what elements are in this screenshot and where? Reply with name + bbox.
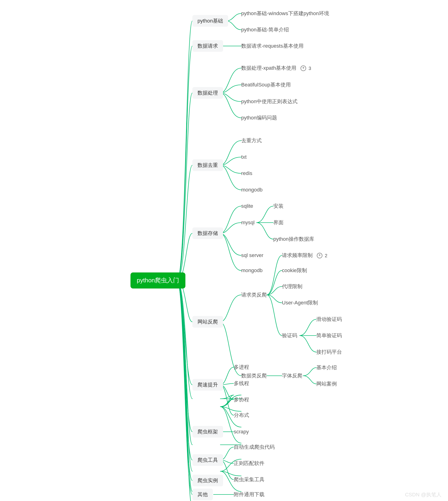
leaf-autogen-code[interactable]: 自动生成爬虫代码 xyxy=(234,444,275,450)
watermark-text: CSDN @执笔人 xyxy=(405,492,442,498)
leaf-dedup-txt[interactable]: txt xyxy=(241,154,247,160)
label: mongodb xyxy=(241,187,263,193)
branch-python-basics[interactable]: python基础 xyxy=(192,15,228,27)
branch-framework[interactable]: 爬虫框架 xyxy=(192,426,223,438)
label: 字体反爬 xyxy=(282,373,302,379)
leaf-useragent-limit[interactable]: User-Agent限制 xyxy=(282,300,318,306)
leaf-store-sqlserver[interactable]: sql server xyxy=(241,252,263,258)
branch-tools[interactable]: 爬虫工具 xyxy=(192,454,223,466)
label: scrapy xyxy=(234,429,249,435)
leaf-font-case[interactable]: 网站案例 xyxy=(316,381,337,387)
label: python编码问题 xyxy=(241,115,277,121)
label: 简单验证码 xyxy=(316,333,342,338)
leaf-scrapy[interactable]: scrapy xyxy=(234,429,249,435)
label: python基础-windows下搭建python环境 xyxy=(241,11,329,16)
label: 安装 xyxy=(273,203,284,209)
leaf-python-encoding[interactable]: python编码问题 xyxy=(241,115,277,121)
label: mongodb xyxy=(241,267,263,273)
leaf-collect-tool[interactable]: 爬虫采集工具 xyxy=(234,477,264,483)
label: mysql xyxy=(241,220,255,225)
branch-anti-crawl[interactable]: 网站反爬 xyxy=(192,316,223,328)
branch-data-store[interactable]: 数据存储 xyxy=(192,228,223,239)
branch-speedup[interactable]: 爬速提升 xyxy=(192,379,223,391)
root-node[interactable]: python爬虫入门 xyxy=(131,273,185,288)
leaf-dedup-method[interactable]: 去重方式 xyxy=(241,137,262,144)
label: 正则匹配软件 xyxy=(234,460,264,466)
label: 界面 xyxy=(273,220,284,225)
label: cookie限制 xyxy=(282,267,307,273)
label: redis xyxy=(241,170,252,176)
leaf-xpath-basic[interactable]: 数据处理-xpath基本使用 + 3 xyxy=(241,65,311,71)
leaf-simple-captcha[interactable]: 简单验证码 xyxy=(316,333,342,339)
label: 附件通用下载 xyxy=(234,491,264,497)
expand-icon[interactable]: + xyxy=(317,253,322,258)
label: 数据存储 xyxy=(197,230,218,236)
label: 爬虫工具 xyxy=(197,457,218,463)
leaf-data-anticrawl[interactable]: 数据类反爬 xyxy=(241,373,267,379)
leaf-font-intro[interactable]: 基本介绍 xyxy=(316,364,337,371)
label: 接打码平台 xyxy=(316,349,342,355)
leaf-rate-limit[interactable]: 请求频率限制 + 2 xyxy=(282,252,327,258)
label: txt xyxy=(241,154,247,160)
leaf-slider-captcha[interactable]: 滑动验证码 xyxy=(316,316,342,322)
label: 其他 xyxy=(197,491,208,497)
leaf-cookie-limit[interactable]: cookie限制 xyxy=(282,267,307,273)
leaf-dedup-redis[interactable]: redis xyxy=(241,170,252,176)
leaf-py-basics-intro[interactable]: python基础-简单介绍 xyxy=(241,27,289,33)
label: 爬速提升 xyxy=(197,382,218,388)
leaf-mysql-install[interactable]: 安装 xyxy=(273,203,284,209)
leaf-multithread[interactable]: 多线程 xyxy=(234,380,249,386)
label: BeatifulSoup基本使用 xyxy=(241,82,291,88)
label: 数据处理-xpath基本使用 xyxy=(241,65,296,71)
label: 数据类反爬 xyxy=(241,373,267,379)
leaf-store-mongodb[interactable]: mongodb xyxy=(241,267,263,273)
leaf-requests-basic[interactable]: 数据请求-requests基本使用 xyxy=(241,43,304,49)
leaf-font-anticrawl[interactable]: 字体反爬 xyxy=(282,373,302,379)
leaf-dedup-mongodb[interactable]: mongodb xyxy=(241,187,263,193)
leaf-coroutine[interactable]: 多协程 xyxy=(234,397,249,403)
leaf-mysql-ui[interactable]: 界面 xyxy=(273,220,284,226)
label: 自动生成爬虫代码 xyxy=(234,444,275,450)
label: 数据处理 xyxy=(197,90,218,96)
leaf-mysql-python-op[interactable]: python操作数据库 xyxy=(273,236,314,242)
leaf-distributed[interactable]: 分布式 xyxy=(234,412,249,418)
leaf-beautifulsoup[interactable]: BeatifulSoup基本使用 xyxy=(241,82,291,88)
leaf-captcha[interactable]: 验证码 xyxy=(282,333,297,339)
leaf-store-sqlite[interactable]: sqlite xyxy=(241,203,253,209)
label: 基本介绍 xyxy=(316,364,337,370)
leaf-multiprocess[interactable]: 多进程 xyxy=(234,364,249,370)
leaf-attachment-download[interactable]: 附件通用下载 xyxy=(234,491,264,498)
label: 多协程 xyxy=(234,397,249,402)
branch-data-process[interactable]: 数据处理 xyxy=(192,87,223,99)
edges-layer xyxy=(0,0,448,501)
label: 多进程 xyxy=(234,364,249,370)
root-label: python爬虫入门 xyxy=(137,277,179,284)
label: 爬虫采集工具 xyxy=(234,477,264,482)
label: 网站反爬 xyxy=(197,319,218,325)
label: 验证码 xyxy=(282,333,297,338)
branch-data-dedup[interactable]: 数据去重 xyxy=(192,159,223,171)
leaf-request-anticrawl[interactable]: 请求类反爬 xyxy=(241,292,267,298)
label: sqlite xyxy=(241,203,253,209)
branch-other[interactable]: 其他 xyxy=(192,489,213,500)
label: 爬虫框架 xyxy=(197,429,218,435)
label: 爬虫实例 xyxy=(197,478,218,483)
label: 数据去重 xyxy=(197,162,218,168)
label: 代理限制 xyxy=(282,284,302,289)
leaf-store-mysql[interactable]: mysql xyxy=(241,220,255,226)
leaf-coding-platform[interactable]: 接打码平台 xyxy=(316,349,342,355)
label: python基础 xyxy=(197,18,223,24)
leaf-python-regex[interactable]: python中使用正则表达式 xyxy=(241,99,298,105)
leaf-proxy-limit[interactable]: 代理限制 xyxy=(282,284,302,289)
label: python中使用正则表达式 xyxy=(241,99,298,104)
label: 请求频率限制 xyxy=(282,252,313,258)
branch-data-request[interactable]: 数据请求 xyxy=(192,40,223,52)
label: 去重方式 xyxy=(241,137,262,143)
label: 网站案例 xyxy=(316,381,337,387)
expand-icon[interactable]: + xyxy=(301,65,306,71)
leaf-py-basics-windows-env[interactable]: python基础-windows下搭建python环境 xyxy=(241,11,329,16)
branch-examples[interactable]: 爬虫实例 xyxy=(192,475,223,486)
label: User-Agent限制 xyxy=(282,300,318,305)
label: sql server xyxy=(241,252,263,258)
leaf-regex-software[interactable]: 正则匹配软件 xyxy=(234,460,264,466)
